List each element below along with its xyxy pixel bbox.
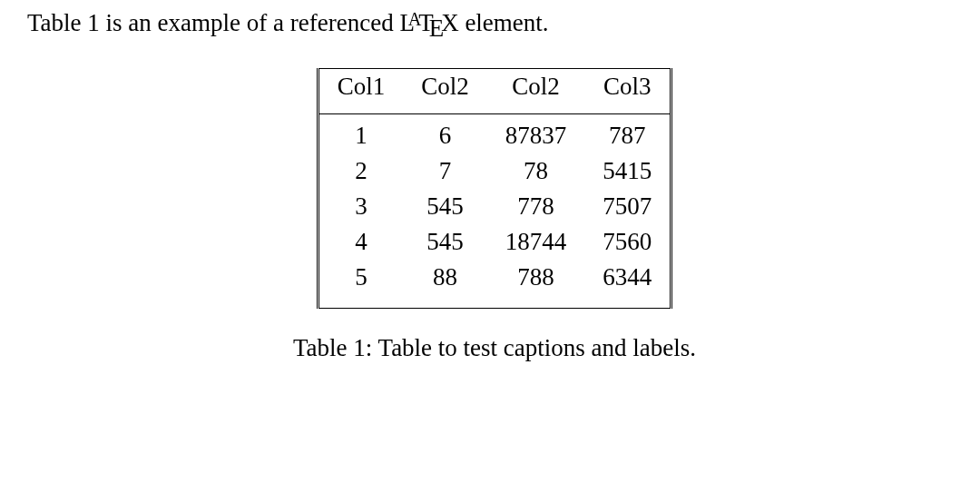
table-cell: 5415	[584, 153, 671, 189]
table-row: 5 88 788 6344	[318, 260, 671, 309]
table-cell: 7507	[584, 189, 671, 224]
table-header-row: Col1 Col2 Col2 Col3	[318, 69, 671, 114]
table-header-cell: Col2	[403, 69, 487, 114]
latex-X: X	[441, 9, 459, 36]
table-cell: 6344	[584, 260, 671, 309]
intro-paragraph: Table 1 is an example of a referenced LA…	[27, 7, 962, 44]
table-cell: 545	[403, 224, 487, 260]
table-header-cell: Col2	[487, 69, 585, 114]
intro-text-after: element.	[459, 9, 549, 36]
table-cell: 7560	[584, 224, 671, 260]
caption-container: Table 1: Table to test captions and labe…	[27, 334, 962, 362]
table-caption: Table 1: Table to test captions and labe…	[293, 334, 696, 362]
data-table: Col1 Col2 Col2 Col3 1 6 87837 787 2 7 78…	[317, 68, 673, 309]
table-header-cell: Col3	[584, 69, 671, 114]
table-cell: 1	[318, 114, 403, 154]
table-cell: 787	[584, 114, 671, 154]
table-row: 3 545 778 7507	[318, 189, 671, 224]
table-cell: 7	[403, 153, 487, 189]
table-cell: 545	[403, 189, 487, 224]
latex-logo: LATEX	[399, 7, 458, 44]
table-cell: 6	[403, 114, 487, 154]
table-cell: 4	[318, 224, 403, 260]
table-cell: 788	[487, 260, 585, 309]
intro-text-before: Table 1 is an example of a referenced	[27, 9, 399, 36]
table-cell: 2	[318, 153, 403, 189]
table-row: 4 545 18744 7560	[318, 224, 671, 260]
table-header-cell: Col1	[318, 69, 403, 114]
table-row: 2 7 78 5415	[318, 153, 671, 189]
table-cell: 88	[403, 260, 487, 309]
table-cell: 78	[487, 153, 585, 189]
table-cell: 5	[318, 260, 403, 309]
table-container: Col1 Col2 Col2 Col3 1 6 87837 787 2 7 78…	[27, 68, 962, 309]
table-row: 1 6 87837 787	[318, 114, 671, 154]
table-cell: 87837	[487, 114, 585, 154]
table-cell: 778	[487, 189, 585, 224]
table-cell: 3	[318, 189, 403, 224]
table-cell: 18744	[487, 224, 585, 260]
